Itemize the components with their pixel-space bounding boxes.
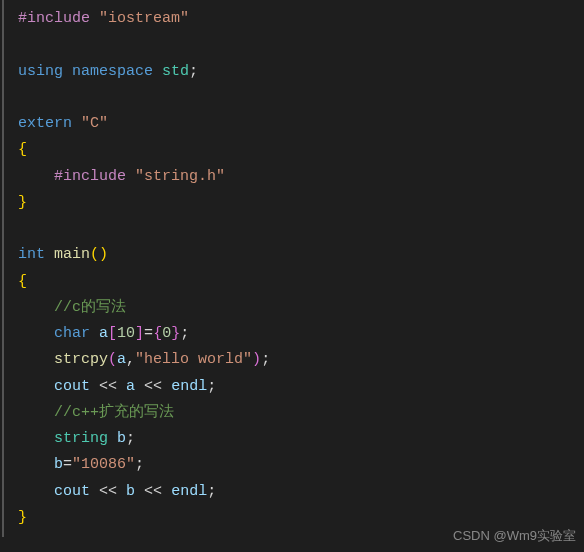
brace-close: }	[18, 194, 27, 211]
code-line: #include "iostream"	[18, 6, 584, 32]
namespace-std: std	[162, 63, 189, 80]
blank-line	[18, 216, 584, 242]
brace-close: }	[18, 509, 27, 526]
preprocessor-directive: #include	[54, 168, 126, 185]
preprocessor-directive: #include	[18, 10, 90, 27]
semicolon: ;	[135, 456, 144, 473]
number-literal: 10	[117, 325, 135, 342]
watermark-text: CSDN @Wm9实验室	[453, 525, 576, 548]
code-line: extern "C"	[18, 111, 584, 137]
code-line: //c的写法	[18, 295, 584, 321]
header-name: "iostream"	[99, 10, 189, 27]
code-line: char a[10]={0};	[18, 321, 584, 347]
keyword-using: using	[18, 63, 63, 80]
identifier-endl: endl	[171, 483, 207, 500]
paren-close: )	[99, 246, 108, 263]
bracket-close: ]	[135, 325, 144, 342]
semicolon: ;	[126, 430, 135, 447]
code-line: }	[18, 190, 584, 216]
variable-b: b	[54, 456, 63, 473]
operator-stream: <<	[144, 378, 162, 395]
code-line: {	[18, 137, 584, 163]
semicolon: ;	[180, 325, 189, 342]
code-line: strcpy(a,"hello world");	[18, 347, 584, 373]
keyword-int: int	[18, 246, 45, 263]
semicolon: ;	[189, 63, 198, 80]
paren-open: (	[108, 351, 117, 368]
variable-a: a	[117, 351, 126, 368]
paren-open: (	[90, 246, 99, 263]
comma: ,	[126, 351, 135, 368]
operator-stream: <<	[99, 483, 117, 500]
code-line: #include "string.h"	[18, 164, 584, 190]
keyword-namespace: namespace	[72, 63, 153, 80]
code-line: //c++扩充的写法	[18, 400, 584, 426]
keyword-extern: extern	[18, 115, 72, 132]
function-main: main	[54, 246, 90, 263]
string-literal: "10086"	[72, 456, 135, 473]
variable-b: b	[117, 430, 126, 447]
identifier-endl: endl	[171, 378, 207, 395]
code-line: b="10086";	[18, 452, 584, 478]
paren-close: )	[252, 351, 261, 368]
operator-assign: =	[144, 325, 153, 342]
operator-stream: <<	[99, 378, 117, 395]
blank-line	[18, 85, 584, 111]
operator-stream: <<	[144, 483, 162, 500]
brace-open: {	[18, 141, 27, 158]
code-line: cout << a << endl;	[18, 374, 584, 400]
brace-open: {	[18, 273, 27, 290]
brace-close: }	[171, 325, 180, 342]
variable-a: a	[126, 378, 135, 395]
type-string: string	[54, 430, 108, 447]
code-editor: #include "iostream" using namespace std;…	[2, 0, 584, 537]
comment: //c的写法	[54, 299, 126, 316]
code-line: int main()	[18, 242, 584, 268]
variable-b: b	[126, 483, 135, 500]
code-line: string b;	[18, 426, 584, 452]
semicolon: ;	[261, 351, 270, 368]
identifier-cout: cout	[54, 483, 90, 500]
header-name: "string.h"	[135, 168, 225, 185]
keyword-char: char	[54, 325, 90, 342]
semicolon: ;	[207, 483, 216, 500]
operator-assign: =	[63, 456, 72, 473]
number-literal: 0	[162, 325, 171, 342]
brace-open: {	[153, 325, 162, 342]
code-line: {	[18, 269, 584, 295]
function-strcpy: strcpy	[54, 351, 108, 368]
variable-a: a	[99, 325, 108, 342]
code-line: using namespace std;	[18, 59, 584, 85]
bracket-open: [	[108, 325, 117, 342]
linkage-spec: "C"	[81, 115, 108, 132]
blank-line	[18, 32, 584, 58]
code-line: cout << b << endl;	[18, 479, 584, 505]
comment: //c++扩充的写法	[54, 404, 174, 421]
identifier-cout: cout	[54, 378, 90, 395]
semicolon: ;	[207, 378, 216, 395]
string-literal: "hello world"	[135, 351, 252, 368]
